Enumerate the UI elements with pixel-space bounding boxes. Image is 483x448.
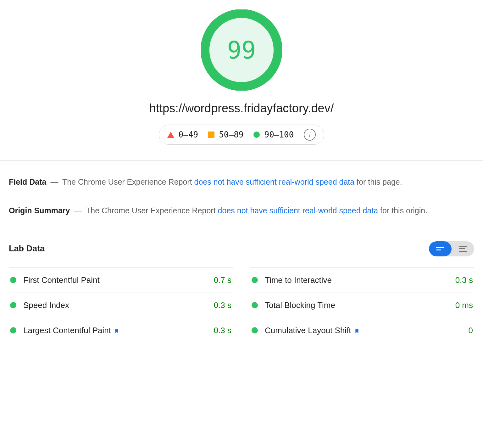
metric-name-text: Time to Interactive [265, 275, 332, 285]
dash-separator: — [74, 206, 82, 215]
metric-value: 0.3 s [214, 326, 231, 335]
triangle-icon [167, 132, 174, 138]
status-dot-icon [10, 277, 16, 283]
metric-name-text: First Contentful Paint [23, 275, 100, 285]
metric-row[interactable]: Cumulative Layout Shift0 [250, 318, 474, 343]
metric-value: 0.7 s [214, 275, 231, 285]
bookmark-icon [114, 327, 119, 334]
origin-summary-suffix: for this origin. [378, 206, 427, 215]
metric-value: 0 [469, 326, 473, 335]
metric-name: First Contentful Paint [23, 275, 214, 285]
square-icon [208, 132, 214, 138]
legend-good: 90–100 [253, 130, 294, 139]
metric-value: 0 ms [455, 300, 473, 310]
metric-name-text: Total Blocking Time [265, 300, 335, 310]
score-section: 99 https://wordpress.fridayfactory.dev/ … [0, 0, 483, 161]
bookmark-icon [354, 327, 359, 334]
field-data-title: Field Data [9, 177, 46, 186]
status-dot-icon [10, 302, 16, 308]
expanded-view-icon [436, 247, 444, 250]
metric-row[interactable]: Speed Index0.3 s [9, 293, 233, 318]
field-data-link[interactable]: does not have sufficient real-world spee… [194, 177, 355, 186]
metric-value: 0.3 s [455, 275, 473, 285]
view-toggle-compact[interactable] [452, 241, 474, 256]
view-toggle [429, 241, 474, 256]
field-data-prefix: The Chrome User Experience Report [62, 177, 194, 186]
view-toggle-expanded[interactable] [429, 241, 452, 256]
legend-poor: 0–49 [167, 130, 198, 139]
legend-poor-range: 0–49 [179, 130, 198, 139]
field-data-suffix: for this page. [354, 177, 402, 186]
metric-row[interactable]: First Contentful Paint0.7 s [9, 267, 233, 293]
tested-url: https://wordpress.fridayfactory.dev/ [149, 102, 334, 115]
legend-good-range: 90–100 [264, 130, 294, 139]
metric-name: Cumulative Layout Shift [265, 326, 469, 335]
legend-average-range: 50–89 [219, 130, 243, 139]
metric-row[interactable]: Total Blocking Time0 ms [250, 293, 474, 318]
metric-name-text: Largest Contentful Paint [23, 326, 111, 335]
metrics-grid: First Contentful Paint0.7 sTime to Inter… [9, 268, 474, 343]
origin-summary-title: Origin Summary [9, 206, 70, 215]
metric-name: Time to Interactive [265, 275, 455, 285]
metric-name: Largest Contentful Paint [23, 326, 214, 335]
metric-row[interactable]: Time to Interactive0.3 s [250, 267, 474, 293]
score-value: 99 [227, 36, 256, 64]
metric-name: Total Blocking Time [265, 300, 455, 310]
status-dot-icon [252, 327, 258, 333]
origin-summary-prefix: The Chrome User Experience Report [86, 206, 218, 215]
origin-summary-link[interactable]: does not have sufficient real-world spee… [218, 206, 378, 215]
legend-average: 50–89 [208, 130, 243, 139]
dash-separator: — [50, 177, 58, 186]
metric-name-text: Cumulative Layout Shift [265, 326, 351, 335]
info-icon[interactable]: i [304, 129, 316, 141]
origin-summary-paragraph: Origin Summary — The Chrome User Experie… [9, 204, 474, 217]
lab-data-header: Lab Data [9, 241, 474, 256]
metric-row[interactable]: Largest Contentful Paint0.3 s [9, 318, 233, 343]
status-dot-icon [252, 277, 258, 283]
field-data-paragraph: Field Data — The Chrome User Experience … [9, 176, 474, 188]
compact-view-icon [459, 246, 467, 252]
status-dot-icon [252, 302, 258, 308]
score-legend: 0–49 50–89 90–100 i [159, 125, 325, 145]
status-dot-icon [10, 327, 16, 333]
circle-icon [253, 132, 260, 138]
score-gauge: 99 [201, 9, 282, 91]
metric-value: 0.3 s [214, 300, 231, 310]
metric-name: Speed Index [23, 300, 214, 310]
metric-name-text: Speed Index [23, 300, 69, 310]
lab-data-title: Lab Data [9, 244, 45, 254]
